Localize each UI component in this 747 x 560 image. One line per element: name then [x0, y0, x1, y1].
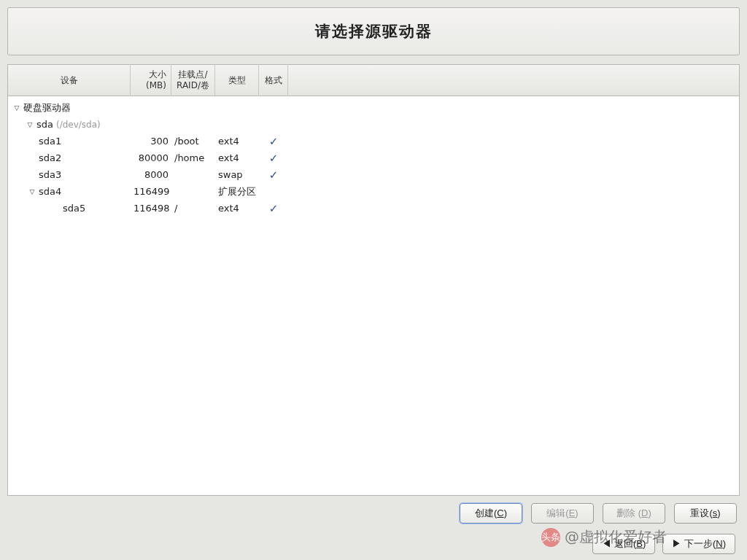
cell-device: sda2: [8, 152, 131, 163]
table-row[interactable]: ▽sda4116499扩展分区: [8, 183, 739, 200]
check-icon: ✓: [269, 168, 279, 182]
cell-size: 116498: [131, 203, 171, 214]
cell-type: ext4: [215, 136, 259, 147]
device-name: sda2: [39, 152, 61, 163]
cell-type: swap: [215, 169, 259, 180]
partition-table: 设备 大小 (MB) 挂载点/ RAID/卷 类型 格式 ▽硬盘驱动器▽sda(…: [7, 64, 740, 496]
table-row[interactable]: sda1300/bootext4✓: [8, 133, 739, 149]
cell-size: 8000: [131, 169, 171, 180]
table-row[interactable]: sda38000swap✓: [8, 166, 739, 183]
col-spacer: [288, 65, 739, 96]
cell-type: ext4: [215, 203, 259, 214]
check-icon: ✓: [269, 152, 279, 165]
table-row[interactable]: sda280000/homeext4✓: [8, 149, 739, 166]
cell-type: 扩展分区: [215, 185, 259, 198]
cell-mount: /: [171, 203, 215, 214]
title-panel: 请选择源驱动器: [7, 7, 740, 55]
cell-device: ▽sda4: [8, 186, 131, 197]
edit-button: 编辑(E): [531, 503, 594, 524]
expander-spacer: [28, 171, 36, 179]
expander-icon[interactable]: ▽: [26, 120, 34, 129]
cell-format: ✓: [259, 168, 288, 182]
reset-button[interactable]: 重设(s): [674, 503, 737, 524]
device-name: 硬盘驱动器: [23, 101, 71, 114]
device-name: sda3: [39, 169, 61, 180]
check-icon: ✓: [269, 202, 279, 215]
check-icon: ✓: [269, 135, 279, 148]
expander-spacer: [52, 204, 61, 213]
cell-size: 300: [131, 136, 171, 147]
cell-device: sda5: [8, 203, 131, 214]
cell-mount: /home: [171, 152, 215, 163]
device-name: sda4: [39, 186, 61, 197]
table-body[interactable]: ▽硬盘驱动器▽sda(/dev/sda)sda1300/bootext4✓sda…: [8, 96, 739, 495]
expander-spacer: [28, 137, 36, 146]
cell-size: 116499: [131, 186, 171, 197]
col-size[interactable]: 大小 (MB): [131, 65, 171, 96]
expander-spacer: [28, 154, 36, 163]
device-name: sda5: [63, 203, 85, 214]
col-type[interactable]: 类型: [215, 65, 259, 96]
cell-device: ▽硬盘驱动器: [8, 101, 131, 114]
cell-device: sda3: [8, 169, 131, 180]
table-header: 设备 大小 (MB) 挂载点/ RAID/卷 类型 格式: [8, 65, 739, 96]
action-buttons: 创建(C) 编辑(E) 删除 (D) 重设(s): [7, 496, 740, 524]
delete-button: 删除 (D): [603, 503, 665, 524]
col-mount[interactable]: 挂载点/ RAID/卷: [171, 65, 215, 96]
wizard-nav: ◀ 返回(B) ▶ 下一步(N): [7, 524, 740, 554]
next-button[interactable]: ▶ 下一步(N): [662, 534, 735, 554]
device-name: sda: [36, 119, 53, 130]
cell-device: sda1: [8, 136, 131, 147]
cell-device: ▽sda(/dev/sda): [8, 119, 131, 130]
cell-format: ✓: [259, 152, 288, 165]
cell-type: ext4: [215, 152, 259, 163]
table-row[interactable]: ▽sda(/dev/sda): [8, 116, 739, 133]
device-name: sda1: [39, 136, 61, 147]
page-title: 请选择源驱动器: [315, 21, 433, 42]
device-path: (/dev/sda): [56, 120, 101, 130]
col-device[interactable]: 设备: [8, 65, 131, 96]
table-row[interactable]: ▽硬盘驱动器: [8, 99, 739, 116]
cell-size: 80000: [131, 152, 171, 163]
cell-format: ✓: [259, 135, 288, 148]
back-button[interactable]: ◀ 返回(B): [592, 534, 655, 554]
table-row[interactable]: sda5116498/ext4✓: [8, 200, 739, 217]
cell-format: ✓: [259, 202, 288, 215]
create-button[interactable]: 创建(C): [460, 503, 522, 524]
cell-mount: /boot: [171, 136, 215, 147]
col-format[interactable]: 格式: [259, 65, 288, 96]
expander-icon[interactable]: ▽: [28, 187, 36, 196]
expander-icon[interactable]: ▽: [12, 104, 21, 112]
